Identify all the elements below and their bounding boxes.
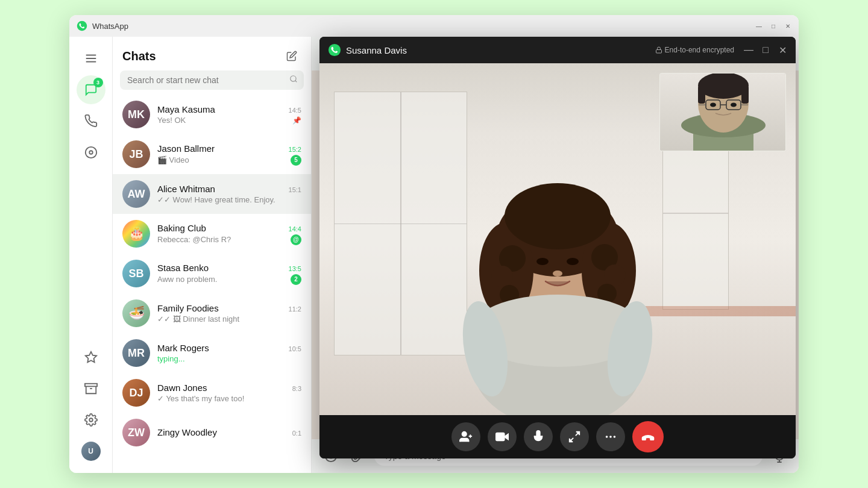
svg-point-61 xyxy=(614,436,616,438)
chat-name: Alice Whitman xyxy=(157,184,215,194)
search-bar xyxy=(120,70,304,90)
video-close-button[interactable]: ✕ xyxy=(778,45,787,55)
chat-preview-row: ✓✓ 🖼 Dinner last night xyxy=(157,314,301,324)
svg-point-0 xyxy=(77,21,87,31)
chat-info: Stasa Benko 13:5 Aww no problem. 2 xyxy=(157,263,301,285)
avatar: ZW xyxy=(122,419,150,446)
sidebar-menu-button[interactable] xyxy=(77,44,105,73)
list-item[interactable]: MK Maya Kasuma 14:5 Yes! OK 📌 xyxy=(113,95,311,134)
chat-preview-row: Aww no problem. 2 xyxy=(157,274,301,285)
chat-time: 15:1 xyxy=(289,186,301,193)
chat-name: Family Foodies xyxy=(157,303,219,313)
chat-info: Zingy Woodley 0:1 xyxy=(157,427,301,439)
svg-point-37 xyxy=(553,271,562,277)
video-window-controls: — □ ✕ xyxy=(744,45,787,55)
svg-rect-7 xyxy=(84,384,96,387)
chat-preview: ✓✓ Wow! Have great time. Enjoy. xyxy=(157,195,301,204)
whatsapp-logo-video xyxy=(328,43,341,57)
maximize-button[interactable]: □ xyxy=(770,22,777,30)
title-bar: WhatsApp — □ ✕ xyxy=(69,15,799,37)
chat-preview-typing: typing... xyxy=(157,354,301,363)
end-call-button[interactable] xyxy=(632,421,664,452)
sidebar-item-status[interactable] xyxy=(77,138,105,167)
chat-time: 14:5 xyxy=(289,107,301,114)
camera-toggle-button[interactable] xyxy=(488,422,517,451)
list-item[interactable]: AW Alice Whitman 15:1 ✓✓ Wow! Have great… xyxy=(113,174,311,214)
sidebar-item-archived[interactable] xyxy=(77,374,105,403)
video-controls xyxy=(319,415,796,458)
search-icon xyxy=(289,75,298,86)
chat-info: Baking Club 14:4 Rebecca: @Chris R? @ xyxy=(157,223,301,245)
chat-name-row: Baking Club 14:4 xyxy=(157,223,301,233)
avatar: AW xyxy=(122,180,150,208)
svg-line-11 xyxy=(295,81,297,83)
chats-header: Chats xyxy=(113,37,311,70)
list-item[interactable]: SB Stasa Benko 13:5 Aww no problem. 2 xyxy=(113,254,311,293)
chat-time: 8:3 xyxy=(292,385,301,392)
sidebar-item-settings[interactable] xyxy=(77,405,105,434)
chat-name-row: Zingy Woodley 0:1 xyxy=(157,427,301,437)
sidebar-bottom: U xyxy=(77,343,105,466)
chat-info: Maya Kasuma 14:5 Yes! OK 📌 xyxy=(157,104,301,125)
chat-preview-row: Yes! OK 📌 xyxy=(157,116,301,125)
chat-time: 0:1 xyxy=(292,430,301,437)
screen-share-button[interactable] xyxy=(560,422,589,451)
list-item[interactable]: MR Mark Rogers 10:5 typing... xyxy=(113,333,311,373)
add-participant-button[interactable] xyxy=(451,422,480,451)
chat-info: Alice Whitman 15:1 ✓✓ Wow! Have great ti… xyxy=(157,184,301,204)
sidebar-item-calls[interactable] xyxy=(77,107,105,136)
video-minimize-button[interactable]: — xyxy=(744,45,753,55)
chat-preview-row: 🎬 Video 5 xyxy=(157,155,301,166)
unread-badge: 2 xyxy=(291,274,301,285)
sidebar-item-starred[interactable] xyxy=(77,343,105,372)
chat-info: Dawn Jones 8:3 ✓ Yes that's my fave too! xyxy=(157,383,301,403)
chat-time: 11:2 xyxy=(289,305,301,313)
app-title: WhatsApp xyxy=(92,22,755,31)
svg-point-42 xyxy=(698,74,749,99)
svg-point-50 xyxy=(710,103,716,107)
user-avatar[interactable]: U xyxy=(77,437,105,466)
chat-list: MK Maya Kasuma 14:5 Yes! OK 📌 JB xyxy=(113,95,311,473)
new-chat-button[interactable] xyxy=(282,46,301,66)
svg-point-5 xyxy=(89,151,93,154)
microphone-button[interactable] xyxy=(524,422,553,451)
minimize-button[interactable]: — xyxy=(755,22,763,30)
avatar: 🎂 xyxy=(122,220,150,248)
svg-rect-56 xyxy=(496,433,505,441)
avatar: MK xyxy=(122,101,150,128)
svg-point-35 xyxy=(536,258,549,265)
chat-preview-row: Rebecca: @Chris R? @ xyxy=(157,234,301,245)
video-maximize-button[interactable]: □ xyxy=(761,45,770,55)
list-item[interactable]: 🎂 Baking Club 14:4 Rebecca: @Chris R? @ xyxy=(113,214,311,254)
svg-point-25 xyxy=(505,183,611,249)
encryption-text: End-to-end encrypted xyxy=(665,46,734,54)
chat-info: Jason Ballmer 15:2 🎬 Video 5 xyxy=(157,143,301,166)
chat-name-row: Jason Ballmer 15:2 xyxy=(157,143,301,154)
more-options-button[interactable] xyxy=(596,422,625,451)
app-window: WhatsApp — □ ✕ 3 xyxy=(69,15,799,473)
svg-point-9 xyxy=(89,418,93,422)
list-item[interactable]: 🍜 Family Foodies 11:2 ✓✓ 🖼 Dinner last n… xyxy=(113,293,311,333)
chat-preview: ✓✓ 🖼 Dinner last night xyxy=(157,314,301,324)
svg-marker-6 xyxy=(85,352,96,362)
svg-point-60 xyxy=(609,436,612,438)
list-item[interactable]: JB Jason Ballmer 15:2 🎬 Video 5 xyxy=(113,134,311,174)
svg-point-59 xyxy=(606,436,608,438)
chat-preview: Aww no problem. xyxy=(157,275,288,284)
self-view-thumbnail xyxy=(659,73,786,151)
chat-name: Jason Ballmer xyxy=(157,143,215,154)
video-title-bar: Susanna Davis End-to-end encrypted — □ ✕ xyxy=(319,37,796,63)
svg-point-30 xyxy=(604,264,626,286)
chat-preview: ✓ Yes that's my fave too! xyxy=(157,394,301,403)
sidebar-item-chats[interactable]: 3 xyxy=(77,75,105,104)
search-input[interactable] xyxy=(120,70,304,90)
whatsapp-logo-titlebar xyxy=(77,20,87,31)
chat-preview: Yes! OK xyxy=(157,116,290,125)
list-item[interactable]: DJ Dawn Jones 8:3 ✓ Yes that's my fave t… xyxy=(113,373,311,413)
chat-time: 15:2 xyxy=(289,146,301,153)
list-item[interactable]: ZW Zingy Woodley 0:1 xyxy=(113,413,311,452)
window-controls: — □ ✕ xyxy=(755,22,791,30)
close-button[interactable]: ✕ xyxy=(784,22,791,30)
avatar: JB xyxy=(122,140,150,168)
svg-marker-55 xyxy=(505,434,508,439)
